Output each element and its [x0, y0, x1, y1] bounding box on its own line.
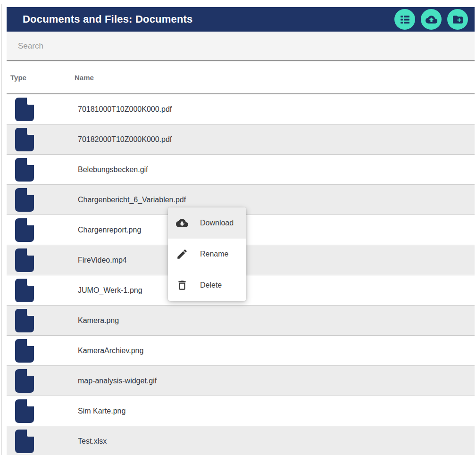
file-type-cell	[7, 369, 75, 393]
cloud-upload-icon	[426, 14, 437, 25]
page-title: Documents and Files: Documents	[23, 13, 193, 25]
file-type-cell	[7, 309, 75, 332]
view-list-button[interactable]	[394, 9, 415, 30]
file-name-label: map-analysis-widget.gif	[75, 377, 475, 385]
file-name-label: KameraArchiev.png	[75, 347, 475, 355]
menu-item-label: Rename	[200, 250, 228, 258]
file-icon	[15, 279, 34, 302]
file-type-cell	[7, 98, 75, 121]
table-row[interactable]: KameraArchiev.png	[7, 336, 475, 366]
view-list-icon	[399, 14, 411, 25]
file-name-label: FireVideo.mp4	[75, 256, 475, 265]
table-row[interactable]: Sim Karte.png	[7, 396, 475, 426]
file-type-cell	[7, 399, 75, 423]
upload-button[interactable]	[421, 9, 442, 30]
file-name-label: 70182000T10Z000K000.pdf	[75, 135, 475, 144]
file-icon	[15, 188, 34, 212]
table-row[interactable]: Test.xlsx	[7, 426, 475, 455]
file-name-label: Test.xlsx	[75, 437, 475, 446]
titlebar-actions	[394, 9, 468, 30]
file-icon	[15, 98, 34, 121]
column-header-name: Name	[75, 74, 475, 82]
context-menu: Download Rename Delete	[168, 207, 246, 301]
file-icon	[15, 430, 34, 453]
table-row[interactable]: map-analysis-widget.gif	[7, 366, 475, 396]
file-icon	[15, 128, 34, 151]
search-bar	[7, 32, 475, 61]
table-row[interactable]: 70181000T10Z000K000.pdf	[7, 94, 475, 124]
menu-item-label: Delete	[200, 281, 222, 290]
page-edge-line	[1, 4, 2, 455]
file-name-label: Chargenbericht_6_Variablen.pdf	[75, 196, 475, 204]
file-type-cell	[7, 218, 75, 242]
file-icon	[15, 158, 34, 182]
menu-item-label: Download	[200, 219, 234, 227]
menu-item-rename[interactable]: Rename	[168, 239, 246, 270]
file-type-cell	[7, 248, 75, 272]
file-name-label: Belebungsbecken.gif	[75, 165, 475, 174]
cloud-download-icon	[176, 217, 188, 229]
table-row[interactable]: Belebungsbecken.gif	[7, 155, 475, 185]
table-row[interactable]: Kamera.png	[7, 306, 475, 336]
file-name-label: 70181000T10Z000K000.pdf	[75, 105, 475, 114]
file-name-label: Sim Karte.png	[75, 407, 475, 415]
menu-item-delete[interactable]: Delete	[168, 270, 246, 301]
file-type-cell	[7, 339, 75, 363]
file-type-cell	[7, 128, 75, 151]
file-type-cell	[7, 188, 75, 212]
file-name-label: JUMO_Werk-1.png	[75, 286, 475, 295]
file-name-label: Chargenreport.png	[75, 226, 475, 234]
search-input[interactable]	[7, 32, 475, 60]
pencil-icon	[176, 248, 188, 260]
file-icon	[15, 399, 34, 423]
file-name-label: Kamera.png	[75, 316, 475, 325]
file-type-cell	[7, 430, 75, 453]
file-icon	[15, 218, 34, 242]
file-type-cell	[7, 158, 75, 182]
folder-plus-icon	[452, 14, 464, 25]
file-type-cell	[7, 279, 75, 302]
menu-item-download[interactable]: Download	[168, 207, 246, 239]
trash-icon	[176, 279, 188, 291]
file-icon	[15, 369, 34, 393]
table-row[interactable]: 70182000T10Z000K000.pdf	[7, 124, 475, 155]
add-folder-button[interactable]	[447, 9, 468, 30]
titlebar: Documents and Files: Documents	[7, 7, 475, 32]
column-header-type: Type	[7, 74, 75, 82]
file-icon	[15, 248, 34, 272]
file-icon	[15, 309, 34, 332]
file-icon	[15, 339, 34, 363]
table-header: Type Name	[7, 61, 475, 94]
